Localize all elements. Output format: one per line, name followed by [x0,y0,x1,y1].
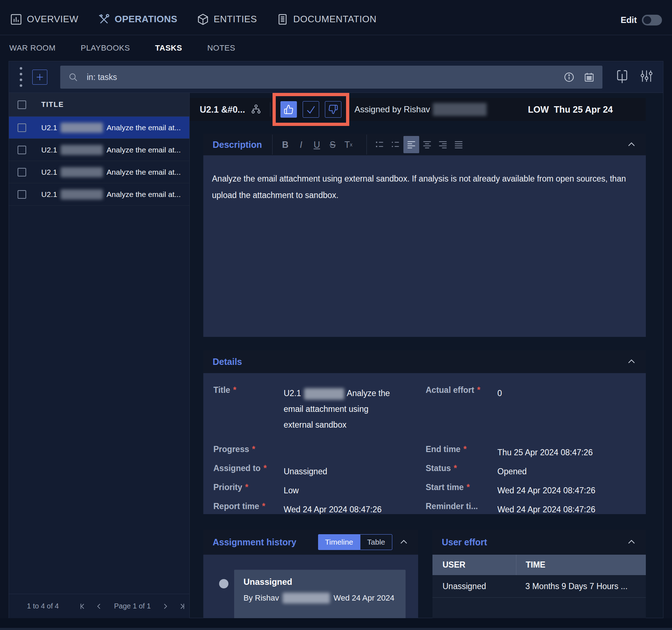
redacted-blur [433,103,487,116]
timeline-toggle-button[interactable]: Timeline [318,534,360,550]
calendar-icon[interactable] [584,72,595,83]
thumbs-up-button[interactable] [280,101,297,118]
description-title: Description [213,140,262,150]
field-label-assigned-to: Assigned to* [213,464,284,473]
subtab-war-room[interactable]: WAR ROOM [9,43,56,53]
effort-time: 3 Months 9 Days 7 Hours ... [516,582,646,591]
top-navigation: OVERVIEW OPERATIONS ENTITIES DOCUMENTATI… [0,0,672,35]
redacted-blur [61,167,103,177]
required-asterisk: * [467,483,470,492]
due-date: Thu 25 Apr 24 [554,104,613,115]
details-header: Details [203,350,646,373]
sub-navigation: WAR ROOM PLAYBOOKS TASKS NOTES [0,35,672,61]
align-left-button[interactable] [403,136,419,153]
select-all-checkbox[interactable] [18,100,26,109]
download-icon[interactable] [616,69,629,84]
prev-page-icon[interactable] [95,602,103,610]
last-page-icon[interactable] [178,602,186,610]
task-title: U2.1 &#0... [200,104,245,115]
required-asterisk: * [454,464,457,473]
subtab-tasks[interactable]: TASKS [155,43,182,53]
field-value-end-time: Thu 25 Apr 2024 08:47:26 [497,445,635,460]
row-prefix: U2.1 [41,190,57,199]
align-center-button[interactable] [419,136,435,153]
underline-button[interactable]: U [309,136,325,153]
required-asterisk: * [233,385,236,395]
field-value-assigned-to: Unassigned [284,464,426,479]
table-row[interactable]: U2.1Analyze the email at... [9,117,189,139]
row-checkbox[interactable] [18,123,26,132]
first-page-icon[interactable] [79,602,87,610]
thumbs-down-button[interactable] [325,101,341,118]
row-checkbox[interactable] [18,190,26,199]
tab-entities[interactable]: ENTITIES [197,13,257,25]
clear-format-button[interactable]: Tx [341,136,356,153]
field-label-actual-effort: Actual effort* [426,385,497,395]
timeline-entry-card[interactable]: Unassigned By Rishav Wed 24 Apr 2024 [234,570,406,619]
divider [366,135,367,155]
search-input[interactable] [87,72,555,82]
justify-button[interactable] [451,136,467,153]
plus-icon [35,72,44,82]
collapse-description-button[interactable] [626,140,636,150]
row-checkbox[interactable] [18,146,26,154]
row-checkbox[interactable] [18,168,26,177]
field-label-priority: Priority* [213,483,284,492]
table-toggle-button[interactable]: Table [360,534,392,550]
field-value-title: U2.1 Analyze the email attachment using … [284,385,397,433]
tab-documentation[interactable]: DOCUMENTATION [276,13,377,25]
collapse-user-effort-button[interactable] [626,537,636,547]
clear-format-sub: x [350,142,352,147]
clear-format-label: T [344,140,350,150]
bar-chart-icon [10,13,22,25]
search-icon [68,72,78,82]
pagination-range: 1 to 4 of 4 [27,602,59,610]
italic-button[interactable]: I [293,136,309,153]
ordered-list-button[interactable] [372,136,388,153]
collapse-assignment-history-button[interactable] [399,537,409,547]
description-header: Description B I U S Tx [203,134,646,155]
table-row[interactable]: U2.1Analyze the email at... [9,161,189,183]
assignment-history-title: Assignment history [213,537,296,547]
assignment-history-header: Assignment history Timeline Table [203,530,418,555]
complete-check-button[interactable] [303,101,319,118]
assignee-name: Unassigned [243,577,396,587]
field-label-start-time: Start time* [426,483,497,492]
tab-overview[interactable]: OVERVIEW [10,13,79,25]
add-task-button[interactable] [32,70,47,85]
redacted-blur [283,593,330,603]
strikethrough-button[interactable]: S [325,136,341,153]
assigned-by-text: Assigned by Rishav [354,104,430,114]
kebab-menu-icon[interactable] [20,67,22,87]
row-prefix: U2.1 [41,146,57,154]
next-page-icon[interactable] [161,602,169,610]
bullet-list-button[interactable] [388,136,403,153]
assignment-date: Wed 24 Apr 2024 [333,593,394,603]
tab-label: ENTITIES [214,14,257,25]
bold-button[interactable]: B [278,136,293,153]
toggle-knob [643,16,651,24]
subtab-playbooks[interactable]: PLAYBOOKS [81,43,130,53]
collapse-details-button[interactable] [626,357,636,367]
field-label-status: Status* [426,464,497,473]
cube-icon [197,13,209,25]
user-effort-header: User effort [432,530,646,555]
field-value-priority: Low [284,483,426,498]
time-column-header: TIME [516,555,646,575]
task-header-bar: U2.1 &#0... [190,98,646,121]
edit-toggle[interactable] [642,15,662,25]
info-icon[interactable] [564,72,574,83]
filters-sliders-icon[interactable] [639,69,654,84]
redacted-blur [61,123,103,133]
tab-operations[interactable]: OPERATIONS [98,13,178,25]
subtab-notes[interactable]: NOTES [207,43,235,53]
user-effort-row[interactable]: Unassigned 3 Months 9 Days 7 Hours ... [432,575,646,598]
align-right-button[interactable] [435,136,451,153]
table-row[interactable]: U2.1Analyze the email at... [9,139,189,161]
description-body[interactable]: Analyze the email attachment using exter… [203,155,646,337]
hierarchy-icon[interactable] [251,104,261,115]
timeline-dot [219,579,228,588]
search-bar[interactable] [60,66,602,89]
table-row[interactable]: U2.1Analyze the email at... [9,183,189,206]
task-list-panel: TITLE U2.1Analyze the email at... U2.1An… [9,93,190,618]
